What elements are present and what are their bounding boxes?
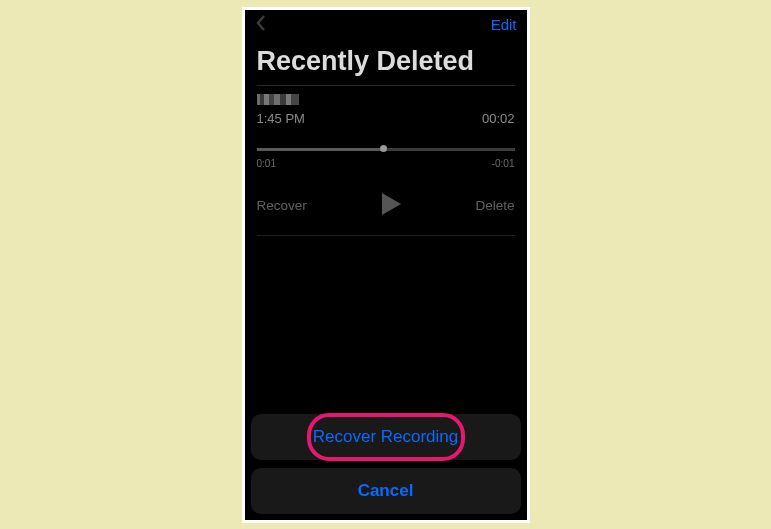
back-chevron-icon[interactable] — [255, 14, 268, 36]
edit-button[interactable]: Edit — [491, 16, 517, 33]
recording-title-redacted — [257, 94, 299, 105]
page-title: Recently Deleted — [245, 40, 527, 85]
remaining-time: -0:01 — [492, 158, 515, 169]
cancel-button[interactable]: Cancel — [251, 468, 521, 514]
divider — [257, 235, 515, 236]
recover-button[interactable]: Recover — [257, 198, 307, 213]
nav-bar: Edit — [245, 10, 527, 40]
recording-item: 1:45 PM 00:02 0:01 -0:01 Recover Delete — [245, 86, 527, 235]
play-icon[interactable] — [379, 191, 403, 221]
elapsed-time: 0:01 — [257, 158, 276, 169]
playback-controls: Recover Delete — [257, 191, 515, 235]
delete-button[interactable]: Delete — [475, 198, 514, 213]
phone-screen: Edit Recently Deleted 1:45 PM 00:02 0:01… — [242, 7, 530, 523]
scrubber[interactable] — [257, 144, 515, 154]
recording-duration: 00:02 — [482, 111, 515, 126]
recording-time: 1:45 PM — [257, 111, 305, 126]
recover-recording-button[interactable]: Recover Recording — [251, 414, 521, 460]
cancel-label: Cancel — [358, 481, 414, 501]
scrubber-fill — [257, 148, 383, 151]
recover-recording-label: Recover Recording — [313, 427, 459, 447]
scrubber-knob[interactable] — [380, 145, 387, 152]
action-sheet: Recover Recording Cancel — [251, 406, 521, 514]
